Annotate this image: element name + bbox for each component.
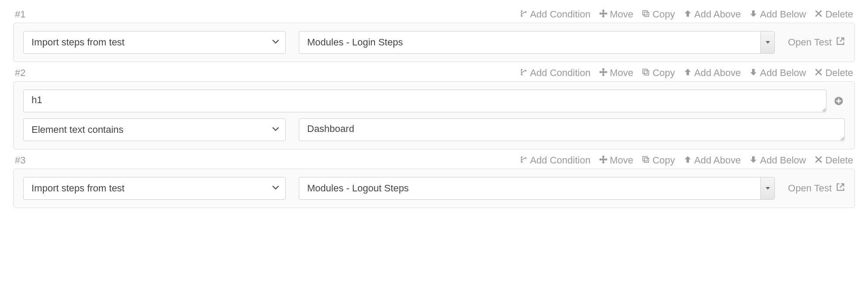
label: Add Above xyxy=(694,9,741,20)
add-below-button[interactable]: Add Below xyxy=(749,67,806,79)
step-2: #2 Add Condition Move Copy Add Above Add… xyxy=(13,67,855,149)
open-test-link[interactable]: Open Test xyxy=(788,37,845,48)
label: Copy xyxy=(652,9,675,20)
label: Add Below xyxy=(760,155,806,166)
move-button[interactable]: Move xyxy=(599,155,634,166)
label: Add Above xyxy=(694,67,741,79)
copy-button[interactable]: Copy xyxy=(642,155,675,166)
action-select[interactable] xyxy=(23,31,286,54)
action-select[interactable] xyxy=(23,177,286,200)
label: Delete xyxy=(825,67,853,79)
copy-button[interactable]: Copy xyxy=(642,9,675,20)
selector-input[interactable] xyxy=(23,90,826,112)
close-icon xyxy=(815,9,822,20)
close-icon xyxy=(815,155,822,166)
step-body: Open Test xyxy=(13,169,855,208)
svg-rect-0 xyxy=(643,10,648,15)
copy-icon xyxy=(642,9,650,20)
label: Delete xyxy=(825,9,853,20)
delete-button[interactable]: Delete xyxy=(815,67,853,79)
step-actions: Add Condition Move Copy Add Above Add Be… xyxy=(519,9,853,20)
combo-dropdown-button[interactable] xyxy=(760,31,774,53)
step-1: #1 Add Condition Move Copy Add Above Add… xyxy=(13,9,855,62)
add-condition-button[interactable]: Add Condition xyxy=(519,67,590,79)
external-link-icon xyxy=(836,183,845,194)
step-actions: Add Condition Move Copy Add Above Add Be… xyxy=(519,67,853,79)
open-test-link[interactable]: Open Test xyxy=(788,183,845,194)
svg-rect-3 xyxy=(644,71,649,75)
combo-dropdown-button[interactable] xyxy=(760,177,774,199)
step-header: #2 Add Condition Move Copy Add Above Add… xyxy=(13,67,855,79)
branch-icon xyxy=(519,9,527,20)
copy-icon xyxy=(642,67,650,79)
move-button[interactable]: Move xyxy=(599,67,634,79)
delete-button[interactable]: Delete xyxy=(815,9,853,20)
step-number: #3 xyxy=(15,155,25,166)
label: Move xyxy=(610,155,634,166)
svg-rect-6 xyxy=(644,158,649,163)
assertion-select-input[interactable] xyxy=(23,118,286,141)
step-number: #2 xyxy=(15,67,25,79)
branch-icon xyxy=(519,155,527,166)
test-combo[interactable] xyxy=(299,177,775,200)
assertion-select[interactable] xyxy=(23,118,286,141)
add-selector-button[interactable] xyxy=(833,95,845,107)
svg-rect-5 xyxy=(643,156,648,161)
assertion-value-input[interactable] xyxy=(299,118,845,141)
step-number: #1 xyxy=(15,9,25,20)
copy-icon xyxy=(642,155,650,166)
svg-rect-1 xyxy=(644,12,649,17)
add-condition-button[interactable]: Add Condition xyxy=(519,9,590,20)
step-3: #3 Add Condition Move Copy Add Above Add… xyxy=(13,155,855,208)
caret-down-icon xyxy=(766,186,770,191)
test-combo[interactable] xyxy=(299,31,775,54)
arrow-up-icon xyxy=(684,155,692,166)
add-condition-button[interactable]: Add Condition xyxy=(519,155,590,166)
copy-button[interactable]: Copy xyxy=(642,67,675,79)
step-body: Open Test xyxy=(13,23,855,62)
arrow-down-icon xyxy=(749,155,757,166)
external-link-icon xyxy=(836,37,845,48)
label: Delete xyxy=(825,155,853,166)
branch-icon xyxy=(519,67,527,79)
arrow-down-icon xyxy=(749,9,757,20)
arrow-up-icon xyxy=(684,9,692,20)
step-header: #1 Add Condition Move Copy Add Above Add… xyxy=(13,9,855,20)
action-select-input[interactable] xyxy=(23,177,286,200)
add-below-button[interactable]: Add Below xyxy=(749,155,806,166)
move-icon xyxy=(599,67,607,79)
add-below-button[interactable]: Add Below xyxy=(749,9,806,20)
move-button[interactable]: Move xyxy=(599,9,634,20)
label: Add Above xyxy=(694,155,741,166)
move-icon xyxy=(599,155,607,166)
label: Copy xyxy=(652,155,675,166)
caret-down-icon xyxy=(766,40,770,45)
plus-circle-icon xyxy=(834,96,844,106)
close-icon xyxy=(815,67,822,79)
action-select-input[interactable] xyxy=(23,31,286,54)
test-combo-input[interactable] xyxy=(299,177,775,200)
label: Open Test xyxy=(788,183,832,194)
label: Add Condition xyxy=(530,155,590,166)
label: Open Test xyxy=(788,37,832,48)
arrow-down-icon xyxy=(749,67,757,79)
step-body xyxy=(13,81,855,149)
arrow-up-icon xyxy=(684,67,692,79)
label: Add Below xyxy=(760,9,806,20)
delete-button[interactable]: Delete xyxy=(815,155,853,166)
add-above-button[interactable]: Add Above xyxy=(684,155,741,166)
label: Add Condition xyxy=(530,9,590,20)
step-header: #3 Add Condition Move Copy Add Above Add… xyxy=(13,155,855,166)
label: Add Below xyxy=(760,67,806,79)
label: Move xyxy=(610,67,634,79)
label: Copy xyxy=(652,67,675,79)
label: Move xyxy=(610,9,634,20)
test-combo-input[interactable] xyxy=(299,31,775,54)
move-icon xyxy=(599,9,607,20)
svg-rect-2 xyxy=(643,69,648,73)
add-above-button[interactable]: Add Above xyxy=(684,67,741,79)
label: Add Condition xyxy=(530,67,590,79)
step-actions: Add Condition Move Copy Add Above Add Be… xyxy=(519,155,853,166)
add-above-button[interactable]: Add Above xyxy=(684,9,741,20)
